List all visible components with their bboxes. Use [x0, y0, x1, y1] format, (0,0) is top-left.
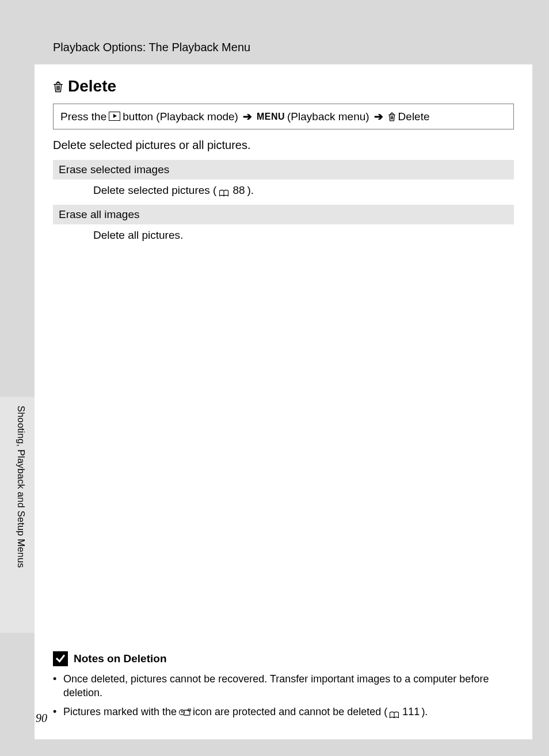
breadcrumb-box: Press the button (Playback mode) ➔ MENU … [53, 104, 514, 129]
note-item: Pictures marked with the icon are protec… [53, 705, 516, 719]
note-item: Once deleted, pictures cannot be recover… [53, 672, 516, 700]
note-text-end: ). [421, 705, 428, 719]
option-text: Delete all pictures. [93, 229, 183, 242]
description: Delete selected pictures or all pictures… [53, 139, 514, 152]
option-body: Delete all pictures. [53, 224, 514, 250]
page-ref: 111 [402, 705, 420, 719]
note-text-mid: icon are protected and cannot be deleted… [193, 705, 387, 719]
svg-marker-0 [113, 114, 117, 118]
note-text: Pictures marked with the [63, 705, 177, 719]
page-number: 90 [36, 712, 47, 725]
option-block: Erase all images Delete all pictures. [53, 205, 514, 250]
manual-page: Playback Options: The Playback Menu Dele… [35, 14, 532, 739]
menu-text-icon: MENU [257, 112, 285, 122]
option-text-end: ). [247, 184, 254, 197]
page-header: Playback Options: The Playback Menu [35, 14, 532, 64]
page-ref: 88 [232, 184, 245, 197]
notes-section: Notes on Deletion Once deleted, pictures… [53, 651, 516, 723]
nav-press: Press the [60, 110, 106, 123]
option-text: Delete selected pictures ( [93, 184, 216, 197]
book-icon [219, 188, 229, 196]
book-icon [389, 709, 399, 717]
option-block: Erase selected images Delete selected pi… [53, 160, 514, 205]
arrow-icon: ➔ [374, 110, 383, 123]
option-body: Delete selected pictures (88). [53, 180, 514, 205]
trash-icon [53, 79, 63, 93]
protect-icon [178, 705, 191, 719]
page-title-row: Delete [53, 77, 514, 96]
option-header: Erase all images [53, 205, 514, 224]
notes-title: Notes on Deletion [74, 652, 167, 665]
playback-button-icon [109, 112, 120, 121]
section-side-label: Shooting, Playback and Setup Menus [16, 406, 26, 590]
trash-icon-small [388, 110, 396, 123]
nav-playback-mode: button (Playback mode) [123, 110, 238, 123]
note-text: Once deleted, pictures cannot be recover… [63, 672, 516, 700]
nav-playback-menu: (Playback menu) [287, 110, 369, 123]
nav-delete: Delete [398, 110, 430, 123]
arrow-icon: ➔ [243, 110, 252, 123]
option-header: Erase selected images [53, 160, 514, 180]
caution-icon [53, 651, 68, 666]
page-title: Delete [68, 77, 116, 96]
